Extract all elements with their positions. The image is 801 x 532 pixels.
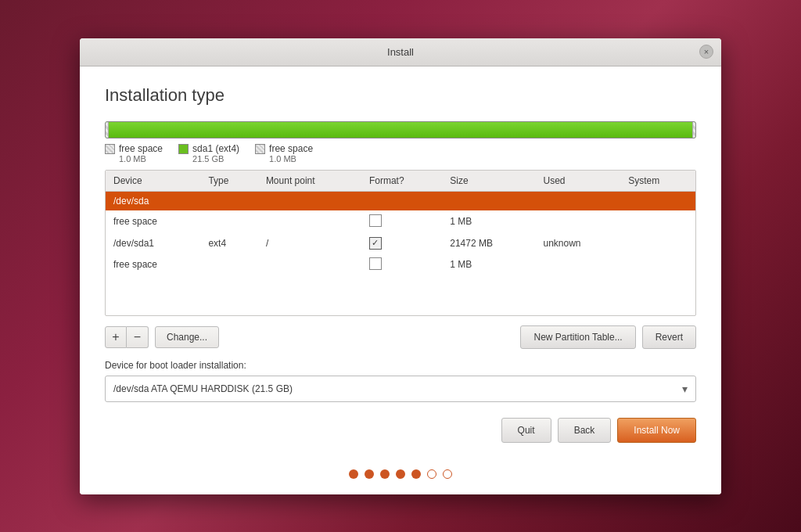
cell-size — [442, 191, 535, 210]
cell-size: 1 MB — [442, 253, 535, 276]
legend-box-ext4 — [178, 144, 189, 154]
cell-mount — [258, 210, 361, 233]
step-dot-6 — [427, 469, 436, 479]
legend-label-free2: free space — [269, 143, 313, 154]
bootloader-label: Device for boot loader installation: — [105, 360, 696, 371]
cell-device: free space — [106, 210, 200, 233]
partition-table: Device Type Mount point Format? Size Use… — [106, 171, 695, 315]
remove-partition-button[interactable]: − — [127, 326, 149, 348]
cell-size: 21472 MB — [442, 233, 535, 253]
chevron-down-icon: ▾ — [682, 383, 688, 395]
col-format: Format? — [361, 171, 442, 192]
cell-system — [620, 233, 695, 253]
col-mount: Mount point — [258, 171, 361, 192]
close-button[interactable]: × — [699, 45, 713, 59]
cell-mount: / — [258, 233, 361, 253]
quit-button[interactable]: Quit — [501, 418, 551, 443]
legend-size-ext4: 21.5 GB — [192, 154, 239, 164]
disk-bar-container: free space 1.0 MB sda1 (ext4) 21.5 GB fr… — [105, 121, 696, 164]
cell-format — [361, 191, 442, 210]
table-row[interactable]: free space 1 MB — [106, 210, 695, 233]
disk-segment-free-2 — [692, 122, 695, 138]
disk-segment-ext4 — [109, 122, 692, 138]
cell-system — [620, 191, 695, 210]
col-size: Size — [442, 171, 535, 192]
cell-type — [200, 191, 257, 210]
col-used: Used — [535, 171, 620, 192]
cell-device: /dev/sda — [106, 191, 200, 210]
step-dot-2 — [365, 469, 374, 479]
legend-label-free1: free space — [119, 143, 163, 154]
window-title: Install — [387, 46, 414, 58]
cell-system — [620, 210, 695, 233]
cell-type — [200, 210, 257, 233]
page-title: Installation type — [105, 85, 696, 106]
cell-system — [620, 253, 695, 276]
cell-device: free space — [106, 253, 200, 276]
legend-size-free1: 1.0 MB — [119, 154, 163, 164]
cell-size: 1 MB — [442, 210, 535, 233]
step-dot-5 — [411, 469, 421, 479]
content-area: Installation type free space 1.0 MB — [80, 66, 721, 458]
revert-button[interactable]: Revert — [642, 325, 696, 349]
legend-free2: free space 1.0 MB — [255, 143, 313, 164]
cell-mount — [258, 191, 361, 210]
bootloader-select[interactable]: /dev/sda ATA QEMU HARDDISK (21.5 GB) ▾ — [105, 376, 696, 402]
cell-format: ✓ — [361, 233, 442, 253]
step-dot-3 — [380, 469, 390, 479]
legend-ext4: sda1 (ext4) 21.5 GB — [178, 143, 239, 164]
format-checkbox[interactable] — [369, 257, 382, 270]
disk-legend: free space 1.0 MB sda1 (ext4) 21.5 GB fr… — [105, 143, 696, 164]
titlebar: Install × — [80, 38, 721, 66]
legend-box-free2 — [255, 144, 265, 154]
cell-used: unknown — [535, 233, 620, 253]
table-row[interactable]: /dev/sda — [106, 191, 695, 210]
cell-format — [361, 210, 442, 233]
cell-format — [361, 253, 442, 276]
cell-used — [535, 191, 620, 210]
table-actions-right: New Partition Table... Revert — [520, 325, 696, 349]
cell-mount — [258, 253, 361, 276]
cell-type: ext4 — [200, 233, 257, 253]
col-type: Type — [200, 171, 257, 192]
install-window: Install × Installation type free space 1… — [80, 38, 721, 494]
back-button[interactable]: Back — [558, 418, 612, 443]
disk-bar — [105, 121, 696, 138]
step-dot-7 — [443, 469, 452, 479]
legend-free1: free space 1.0 MB — [105, 143, 163, 164]
install-now-button[interactable]: Install Now — [617, 418, 696, 443]
bootloader-value: /dev/sda ATA QEMU HARDDISK (21.5 GB) — [113, 383, 293, 394]
format-checkbox[interactable] — [369, 214, 382, 227]
col-system: System — [620, 171, 695, 192]
table-spacer — [106, 276, 695, 315]
table-body: /dev/sda free space — [106, 191, 695, 315]
table-row[interactable]: free space 1 MB — [106, 253, 695, 276]
format-checkbox-checked[interactable]: ✓ — [369, 237, 382, 250]
change-button[interactable]: Change... — [155, 326, 219, 348]
cell-used — [535, 253, 620, 276]
cell-device: /dev/sda1 — [106, 233, 200, 253]
legend-label-ext4: sda1 (ext4) — [192, 143, 239, 154]
action-row: + − Change... New Partition Table... Rev… — [105, 325, 696, 349]
col-device: Device — [106, 171, 200, 192]
new-partition-table-button[interactable]: New Partition Table... — [520, 325, 635, 349]
cell-used — [535, 210, 620, 233]
step-dot-1 — [349, 469, 358, 479]
add-partition-button[interactable]: + — [105, 326, 127, 348]
partition-table-wrapper: Device Type Mount point Format? Size Use… — [105, 170, 696, 316]
legend-box-free1 — [105, 144, 115, 154]
table-header: Device Type Mount point Format? Size Use… — [106, 171, 695, 192]
dots-row — [80, 458, 721, 485]
cell-type — [200, 253, 257, 276]
bottom-nav: Quit Back Install Now — [105, 415, 696, 443]
bottom-bg — [80, 458, 721, 494]
step-dot-4 — [396, 469, 405, 479]
table-row[interactable]: /dev/sda1 ext4 / ✓ 21472 MB unknown — [106, 233, 695, 253]
legend-size-free2: 1.0 MB — [269, 154, 313, 164]
